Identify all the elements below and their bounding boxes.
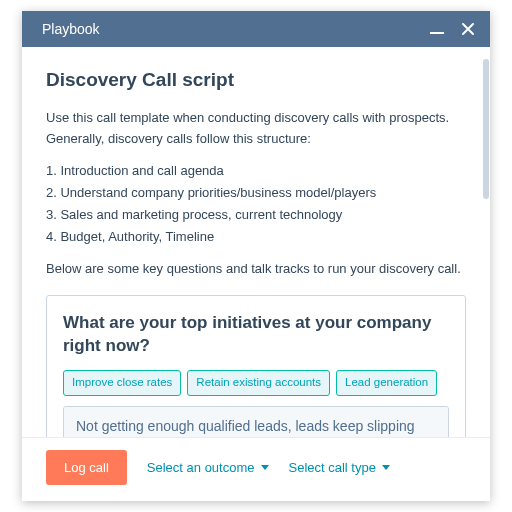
chevron-down-icon	[261, 465, 269, 470]
select-call-type-dropdown[interactable]: Select call type	[289, 460, 390, 475]
list-item: 3. Sales and marketing process, current …	[46, 205, 466, 225]
select-call-type-label: Select call type	[289, 460, 376, 475]
list-item: 1. Introduction and call agenda	[46, 161, 466, 181]
page-title: Discovery Call script	[46, 65, 466, 94]
minimize-icon[interactable]	[430, 21, 444, 37]
panel-title: Playbook	[42, 21, 100, 37]
playbook-panel: Playbook Discovery Call script Use this …	[22, 11, 490, 501]
chip-lead-generation[interactable]: Lead generation	[336, 370, 437, 396]
log-call-button[interactable]: Log call	[46, 450, 127, 485]
close-icon[interactable]	[460, 21, 476, 37]
scrollbar-thumb[interactable]	[483, 59, 489, 199]
intro-text: Use this call template when conducting d…	[46, 108, 466, 148]
chip-row: Improve close rates Retain existing acco…	[63, 370, 449, 396]
structure-list: 1. Introduction and call agenda 2. Under…	[46, 161, 466, 248]
titlebar: Playbook	[22, 11, 490, 47]
window-controls	[430, 21, 476, 37]
question-prompt: What are your top initiatives at your co…	[63, 312, 449, 358]
list-item: 4. Budget, Authority, Timeline	[46, 227, 466, 247]
select-outcome-label: Select an outcome	[147, 460, 255, 475]
list-item: 2. Understand company priorities/busines…	[46, 183, 466, 203]
question-card: What are your top initiatives at your co…	[46, 295, 466, 437]
answer-textarea[interactable]: Not getting enough qualified leads, lead…	[63, 406, 449, 437]
chevron-down-icon	[382, 465, 390, 470]
footer: Log call Select an outcome Select call t…	[22, 437, 490, 501]
below-text: Below are some key questions and talk tr…	[46, 259, 466, 279]
panel-body: Discovery Call script Use this call temp…	[22, 47, 490, 437]
chip-improve-close-rates[interactable]: Improve close rates	[63, 370, 181, 396]
select-outcome-dropdown[interactable]: Select an outcome	[147, 460, 269, 475]
chip-retain-accounts[interactable]: Retain existing accounts	[187, 370, 330, 396]
